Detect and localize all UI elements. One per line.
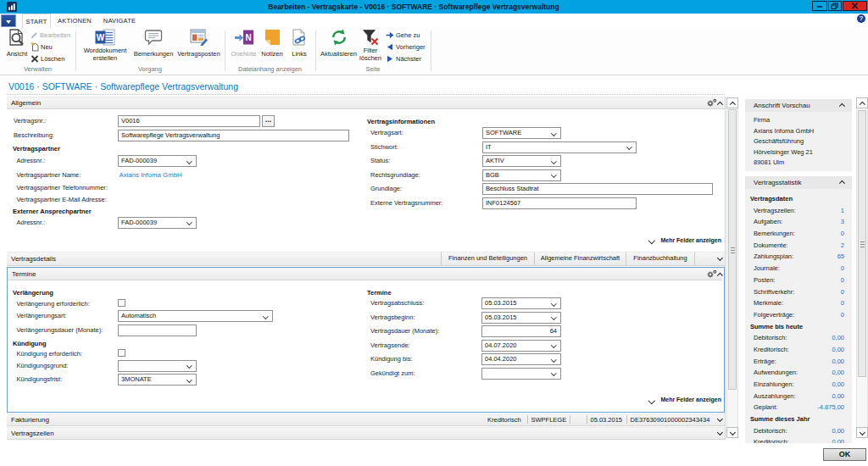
bemerkungen-button[interactable]: Bemerkungen bbox=[129, 29, 178, 66]
allgemeine-finanzwirtschaft-button[interactable]: Allgemeine Finanzwirtschaft bbox=[534, 252, 626, 265]
ok-button[interactable]: OK bbox=[823, 448, 866, 461]
chevron-up-icon bbox=[730, 102, 736, 108]
vertragsposten-button[interactable]: Vertragsposten bbox=[175, 29, 223, 66]
group-label: Kündigung bbox=[13, 340, 47, 347]
chevron-down-icon bbox=[730, 430, 736, 435]
field-label: Verlängerungsart: bbox=[17, 312, 67, 319]
extern-adressnr-dropdown[interactable]: FAD-000039 bbox=[118, 217, 197, 229]
tab-start[interactable]: START bbox=[22, 14, 51, 28]
kuendigung-erforderlich-checkbox[interactable] bbox=[118, 349, 125, 357]
finanzen-beteiligungen-button[interactable]: Finanzen und Beteiligungen bbox=[441, 252, 534, 265]
refresh-icon bbox=[319, 29, 359, 47]
gekuendigt-zum-dropdown[interactable] bbox=[481, 368, 561, 380]
scroll-up-button[interactable] bbox=[856, 97, 868, 108]
vertragsnr-input[interactable]: V0016 bbox=[118, 115, 260, 127]
statistik-row: Aufgaben: 3 bbox=[745, 216, 852, 228]
status-dropdown[interactable]: AKTIV bbox=[482, 155, 561, 167]
externe-vertragsnummer-input[interactable]: INF0124567 bbox=[482, 197, 637, 209]
filter-loeschen-button[interactable]: Filter löschen bbox=[353, 29, 387, 66]
kuendigung-bis-dropdown[interactable]: 04.04.2020 bbox=[481, 353, 561, 365]
statistik-row: Debitorisch: 0,00 bbox=[745, 425, 852, 437]
field-label: Gekündigt zum: bbox=[370, 369, 415, 377]
field-label: Grundlage: bbox=[370, 185, 402, 192]
show-more-fields-link[interactable]: Mehr Felder anzeigen bbox=[660, 237, 721, 243]
vertragsart-dropdown[interactable]: SOFTWARE bbox=[482, 127, 561, 139]
address-line: Geschäftsführung bbox=[745, 136, 852, 147]
adressnr-dropdown[interactable]: FAD-000039 bbox=[118, 155, 197, 167]
links-button[interactable]: Links bbox=[285, 29, 314, 66]
vertragsende-dropdown[interactable]: 04.07.2020 bbox=[481, 340, 561, 352]
vertragsabschluss-dropdown[interactable]: 05.03.2015 bbox=[481, 297, 561, 309]
scrollbar-thumb[interactable] bbox=[858, 110, 866, 377]
thumb-grip bbox=[731, 247, 735, 248]
restore-button[interactable] bbox=[828, 1, 842, 11]
section-header-termine[interactable]: Termine bbox=[8, 268, 722, 280]
vorheriger-button[interactable]: Vorheriger bbox=[386, 42, 426, 53]
scroll-up-button[interactable] bbox=[726, 97, 738, 108]
previous-icon bbox=[386, 43, 394, 51]
assist-edit-button[interactable]: ... bbox=[262, 115, 275, 127]
group-label: Verlängerung bbox=[13, 289, 53, 297]
gear-icon[interactable] bbox=[706, 269, 717, 279]
collapse-factbox-icon[interactable] bbox=[839, 180, 845, 186]
close-button[interactable] bbox=[843, 1, 867, 11]
vertragsbeginn-dropdown[interactable]: 05.03.2015 bbox=[481, 312, 561, 324]
show-more-fields-link[interactable]: Mehr Felder anzeigen bbox=[660, 397, 721, 402]
address-line: Axians Infoma GmbH bbox=[745, 126, 852, 137]
comment-bubble-icon bbox=[129, 29, 178, 47]
help-icon[interactable]: ? bbox=[857, 14, 865, 23]
scroll-down-button[interactable] bbox=[856, 427, 868, 438]
application-menu-button[interactable] bbox=[1, 14, 16, 27]
delete-x-icon bbox=[31, 55, 39, 63]
beschreibung-input[interactable]: Softwarepflege Vertragsverwaltung bbox=[118, 130, 349, 141]
aktualisieren-button[interactable]: Aktualisieren bbox=[319, 29, 359, 66]
bearbeiten-button[interactable]: Bearbeiten bbox=[31, 30, 70, 41]
chevron-down-icon bbox=[860, 430, 865, 435]
chevron-down-icon bbox=[186, 158, 192, 164]
vertragsdauer-input[interactable]: 64 bbox=[481, 325, 561, 337]
notizen-button[interactable]: Notizen bbox=[256, 29, 288, 66]
loeschen-button[interactable]: Löschen bbox=[31, 53, 64, 64]
field-label: Kündigung erforderlich: bbox=[17, 350, 83, 358]
rechtsgrundlage-dropdown[interactable]: BGB bbox=[482, 169, 561, 181]
gear-icon[interactable] bbox=[706, 98, 717, 108]
chevron-down-icon bbox=[626, 144, 632, 149]
scrollbar-thumb[interactable] bbox=[728, 109, 737, 390]
summary-value: 05.03.2015 bbox=[591, 414, 623, 425]
ansicht-button[interactable]: Ansicht bbox=[3, 29, 31, 66]
group-label: Termine bbox=[367, 289, 392, 297]
chevron-down-icon bbox=[551, 172, 556, 177]
factbox-header-statistik[interactable]: Vertragsstatistik bbox=[745, 176, 852, 189]
field-label: Vertragsabschluss: bbox=[370, 299, 424, 307]
kuendigungsfrist-dropdown[interactable]: 3MONATE bbox=[118, 374, 197, 386]
factbox-header-anschrift[interactable]: Anschrift Vorschau bbox=[745, 99, 852, 112]
finanzbuchhaltung-button[interactable]: Finanzbuchhaltung bbox=[626, 252, 695, 265]
stichwort-dropdown[interactable]: IT bbox=[482, 141, 637, 153]
verlaengerungsart-dropdown[interactable]: Automatisch bbox=[118, 310, 273, 322]
statistik-row: Aufwendungen: 0,00 bbox=[745, 367, 852, 379]
field-label: Kündigungsgrund: bbox=[17, 362, 69, 369]
naechster-button[interactable]: Nächster bbox=[386, 53, 421, 64]
grundlage-input[interactable]: Beschluss Stadtrat bbox=[482, 183, 713, 195]
partner-name-link[interactable]: Axians Infoma GmbH bbox=[120, 171, 182, 179]
scroll-down-button[interactable] bbox=[726, 427, 738, 438]
neu-button[interactable]: Neu bbox=[31, 42, 53, 53]
field-label: Vertragsbeginn: bbox=[370, 313, 415, 321]
chevron-down-icon bbox=[186, 363, 192, 368]
field-label: Vertragsende: bbox=[370, 341, 410, 349]
gehe-zu-button[interactable]: Gehe zu bbox=[386, 30, 420, 41]
worddokument-button[interactable]: W Worddokument erstellen bbox=[81, 29, 130, 66]
verlaengerung-erforderlich-checkbox[interactable] bbox=[118, 299, 125, 307]
section-header-vertragszeilen[interactable]: Vertragszeilen bbox=[7, 427, 725, 440]
minimize-button[interactable] bbox=[812, 1, 827, 11]
section-header-allgemein[interactable]: Allgemein bbox=[7, 97, 725, 109]
field-label: Vertragsnr.: bbox=[14, 117, 46, 125]
tab-navigate[interactable]: NAVIGATE bbox=[100, 14, 139, 28]
kuendigungsgrund-dropdown[interactable] bbox=[118, 360, 197, 372]
chevron-down-icon bbox=[551, 314, 556, 319]
separator bbox=[527, 415, 528, 424]
collapse-factbox-icon[interactable] bbox=[839, 103, 845, 109]
tab-aktionen[interactable]: AKTIONEN bbox=[56, 14, 93, 28]
factbox-statistik-body: Vertragsdaten Vertragszeilen: 1 Aufgaben… bbox=[745, 189, 852, 443]
verlaengerungsdauer-input[interactable] bbox=[118, 325, 197, 336]
